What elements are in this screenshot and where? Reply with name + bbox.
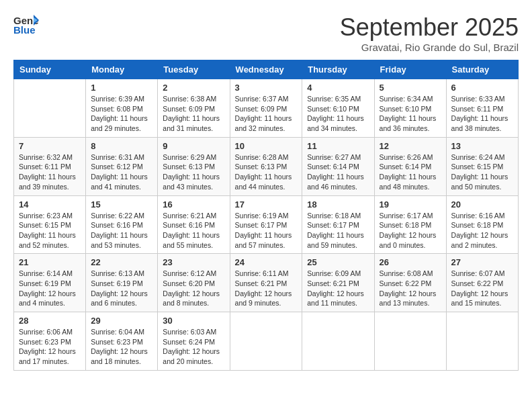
calendar-week-row: 21Sunrise: 6:14 AMSunset: 6:19 PMDayligh…: [14, 254, 519, 312]
day-info: Sunrise: 6:03 AMSunset: 6:24 PMDaylight:…: [163, 327, 224, 367]
calendar-cell: 14Sunrise: 6:23 AMSunset: 6:15 PMDayligh…: [14, 195, 86, 254]
calendar-week-row: 7Sunrise: 6:32 AMSunset: 6:11 PMDaylight…: [14, 137, 519, 195]
calendar-cell: 18Sunrise: 6:18 AMSunset: 6:17 PMDayligh…: [302, 195, 374, 254]
day-number: 13: [451, 141, 513, 151]
svg-text:Blue: Blue: [13, 24, 36, 35]
calendar-cell: 8Sunrise: 6:31 AMSunset: 6:12 PMDaylight…: [86, 137, 158, 195]
day-number: 28: [19, 316, 81, 326]
calendar-cell: 17Sunrise: 6:19 AMSunset: 6:17 PMDayligh…: [230, 195, 302, 254]
title-block: September 2025 Gravatai, Rio Grande do S…: [340, 13, 519, 53]
calendar-cell: 16Sunrise: 6:21 AMSunset: 6:16 PMDayligh…: [158, 195, 230, 254]
day-info: Sunrise: 6:31 AMSunset: 6:12 PMDaylight:…: [91, 152, 152, 192]
day-info: Sunrise: 6:28 AMSunset: 6:13 PMDaylight:…: [235, 152, 298, 192]
calendar-cell: 1Sunrise: 6:39 AMSunset: 6:08 PMDaylight…: [86, 79, 158, 138]
day-number: 25: [307, 257, 369, 267]
calendar-cell: 28Sunrise: 6:06 AMSunset: 6:23 PMDayligh…: [14, 312, 86, 371]
day-number: 30: [163, 316, 224, 326]
calendar-cell: [302, 312, 374, 371]
day-info: Sunrise: 6:09 AMSunset: 6:21 PMDaylight:…: [307, 269, 369, 308]
day-number: 4: [307, 83, 369, 93]
calendar-cell: 12Sunrise: 6:26 AMSunset: 6:14 PMDayligh…: [374, 137, 446, 195]
day-info: Sunrise: 6:16 AMSunset: 6:18 PMDaylight:…: [451, 211, 513, 250]
calendar-cell: 26Sunrise: 6:08 AMSunset: 6:22 PMDayligh…: [374, 254, 446, 312]
column-header-monday: Monday: [86, 60, 158, 79]
day-info: Sunrise: 6:37 AMSunset: 6:09 PMDaylight:…: [235, 94, 298, 134]
day-info: Sunrise: 6:34 AMSunset: 6:10 PMDaylight:…: [380, 94, 441, 134]
day-number: 26: [380, 257, 441, 267]
calendar-cell: [374, 312, 446, 371]
location: Gravatai, Rio Grande do Sul, Brazil: [340, 42, 519, 53]
calendar-cell: 3Sunrise: 6:37 AMSunset: 6:09 PMDaylight…: [230, 79, 302, 138]
day-info: Sunrise: 6:17 AMSunset: 6:18 PMDaylight:…: [380, 211, 441, 250]
day-info: Sunrise: 6:11 AMSunset: 6:21 PMDaylight:…: [235, 269, 298, 308]
day-info: Sunrise: 6:19 AMSunset: 6:17 PMDaylight:…: [235, 211, 298, 250]
day-number: 14: [19, 199, 81, 210]
day-info: Sunrise: 6:39 AMSunset: 6:08 PMDaylight:…: [91, 94, 152, 134]
day-info: Sunrise: 6:29 AMSunset: 6:13 PMDaylight:…: [163, 152, 224, 192]
calendar-cell: 20Sunrise: 6:16 AMSunset: 6:18 PMDayligh…: [446, 195, 518, 254]
day-number: 8: [91, 141, 152, 151]
day-info: Sunrise: 6:04 AMSunset: 6:23 PMDaylight:…: [91, 327, 152, 367]
day-info: Sunrise: 6:35 AMSunset: 6:10 PMDaylight:…: [307, 94, 369, 134]
day-info: Sunrise: 6:32 AMSunset: 6:11 PMDaylight:…: [19, 152, 81, 192]
day-info: Sunrise: 6:26 AMSunset: 6:14 PMDaylight:…: [380, 152, 441, 192]
day-info: Sunrise: 6:14 AMSunset: 6:19 PMDaylight:…: [19, 269, 81, 308]
calendar-cell: 24Sunrise: 6:11 AMSunset: 6:21 PMDayligh…: [230, 254, 302, 312]
calendar-week-row: 14Sunrise: 6:23 AMSunset: 6:15 PMDayligh…: [14, 195, 519, 254]
day-number: 19: [380, 199, 441, 210]
day-number: 16: [163, 199, 224, 210]
day-number: 27: [451, 257, 513, 267]
day-number: 1: [91, 83, 152, 93]
calendar-cell: 19Sunrise: 6:17 AMSunset: 6:18 PMDayligh…: [374, 195, 446, 254]
day-info: Sunrise: 6:12 AMSunset: 6:20 PMDaylight:…: [163, 269, 224, 308]
day-info: Sunrise: 6:23 AMSunset: 6:15 PMDaylight:…: [19, 211, 81, 250]
day-info: Sunrise: 6:33 AMSunset: 6:11 PMDaylight:…: [451, 94, 513, 134]
day-number: 10: [235, 141, 298, 151]
month-title: September 2025: [340, 13, 519, 42]
calendar-cell: 4Sunrise: 6:35 AMSunset: 6:10 PMDaylight…: [302, 79, 374, 138]
day-info: Sunrise: 6:07 AMSunset: 6:22 PMDaylight:…: [451, 269, 513, 308]
day-number: 17: [235, 199, 298, 210]
calendar-cell: 15Sunrise: 6:22 AMSunset: 6:16 PMDayligh…: [86, 195, 158, 254]
calendar-cell: 7Sunrise: 6:32 AMSunset: 6:11 PMDaylight…: [14, 137, 86, 195]
calendar-cell: 25Sunrise: 6:09 AMSunset: 6:21 PMDayligh…: [302, 254, 374, 312]
day-number: 12: [380, 141, 441, 151]
day-info: Sunrise: 6:21 AMSunset: 6:16 PMDaylight:…: [163, 211, 224, 250]
logo-icon: General Blue: [13, 13, 39, 35]
day-info: Sunrise: 6:22 AMSunset: 6:16 PMDaylight:…: [91, 211, 152, 250]
day-number: 21: [19, 257, 81, 267]
day-number: 18: [307, 199, 369, 210]
calendar-cell: 2Sunrise: 6:38 AMSunset: 6:09 PMDaylight…: [158, 79, 230, 138]
calendar-header-row: SundayMondayTuesdayWednesdayThursdayFrid…: [14, 60, 519, 79]
day-number: 20: [451, 199, 513, 210]
page-header: General Blue September 2025 Gravatai, Ri…: [13, 13, 519, 53]
logo: General Blue: [13, 13, 39, 35]
calendar-cell: 23Sunrise: 6:12 AMSunset: 6:20 PMDayligh…: [158, 254, 230, 312]
day-number: 2: [163, 83, 224, 93]
column-header-tuesday: Tuesday: [158, 60, 230, 79]
calendar-cell: 21Sunrise: 6:14 AMSunset: 6:19 PMDayligh…: [14, 254, 86, 312]
day-number: 22: [91, 257, 152, 267]
day-info: Sunrise: 6:27 AMSunset: 6:14 PMDaylight:…: [307, 152, 369, 192]
column-header-sunday: Sunday: [14, 60, 86, 79]
calendar-cell: 6Sunrise: 6:33 AMSunset: 6:11 PMDaylight…: [446, 79, 518, 138]
calendar-cell: 11Sunrise: 6:27 AMSunset: 6:14 PMDayligh…: [302, 137, 374, 195]
day-number: 24: [235, 257, 298, 267]
day-info: Sunrise: 6:13 AMSunset: 6:19 PMDaylight:…: [91, 269, 152, 308]
day-info: Sunrise: 6:08 AMSunset: 6:22 PMDaylight:…: [380, 269, 441, 308]
day-number: 29: [91, 316, 152, 326]
calendar-cell: [14, 79, 86, 138]
day-info: Sunrise: 6:38 AMSunset: 6:09 PMDaylight:…: [163, 94, 224, 134]
calendar-cell: 27Sunrise: 6:07 AMSunset: 6:22 PMDayligh…: [446, 254, 518, 312]
column-header-thursday: Thursday: [302, 60, 374, 79]
column-header-friday: Friday: [374, 60, 446, 79]
calendar-cell: 5Sunrise: 6:34 AMSunset: 6:10 PMDaylight…: [374, 79, 446, 138]
calendar-cell: 10Sunrise: 6:28 AMSunset: 6:13 PMDayligh…: [230, 137, 302, 195]
day-number: 9: [163, 141, 224, 151]
calendar-cell: 9Sunrise: 6:29 AMSunset: 6:13 PMDaylight…: [158, 137, 230, 195]
day-number: 23: [163, 257, 224, 267]
calendar-table: SundayMondayTuesdayWednesdayThursdayFrid…: [13, 60, 519, 371]
column-header-wednesday: Wednesday: [230, 60, 302, 79]
column-header-saturday: Saturday: [446, 60, 518, 79]
day-info: Sunrise: 6:06 AMSunset: 6:23 PMDaylight:…: [19, 327, 81, 367]
